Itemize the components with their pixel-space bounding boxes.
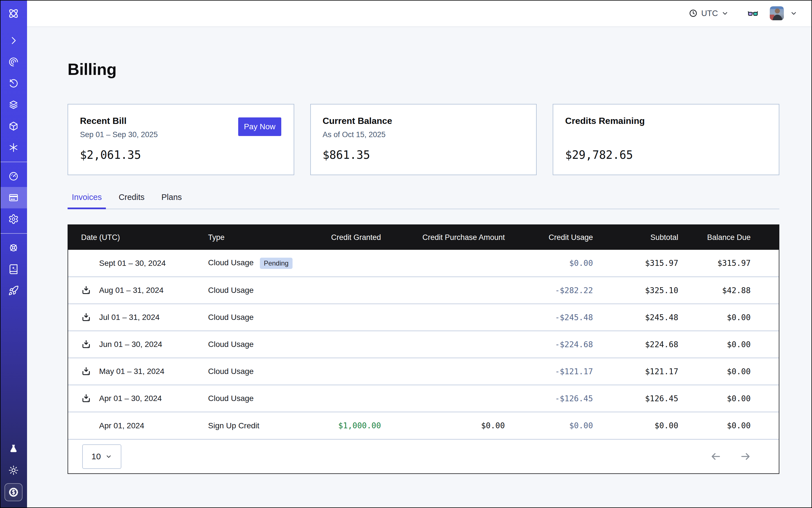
invoice-date-cell: Apr 01, 2024 — [68, 412, 208, 439]
page-content: Billing Recent Bill Sep 01 – Sep 30, 202… — [27, 27, 812, 508]
pay-now-button[interactable]: Pay Now — [238, 118, 281, 136]
invoice-date-cell: Jun 01 – 30, 2024 — [68, 331, 208, 358]
credits-remaining-card: Credits Remaining $29,782.65 — [553, 104, 779, 175]
billing-icon — [8, 192, 19, 203]
credit-usage-value: -$282.22 — [505, 277, 593, 304]
subtotal-value: $245.48 — [593, 304, 678, 331]
download-icon — [81, 366, 91, 377]
balance-due-value: $0.00 — [678, 358, 779, 385]
credit-granted-value — [312, 358, 381, 385]
summary-cards: Recent Bill Sep 01 – Sep 30, 2025 $2,061… — [68, 104, 779, 175]
sidebar-item-helm[interactable] — [0, 237, 27, 258]
credit-usage-value: -$245.48 — [505, 304, 593, 331]
sidebar-item-sun[interactable] — [0, 460, 27, 481]
pagination — [710, 451, 751, 462]
recent-bill-card: Recent Bill Sep 01 – Sep 30, 2025 $2,061… — [68, 104, 294, 175]
avatar-photo — [770, 6, 784, 20]
subtotal-value: $315.97 — [593, 250, 678, 277]
table-row: Jul 01 – 31, 2024Cloud Usage-$245.48$245… — [68, 304, 779, 331]
sidebar-item-asterisk[interactable] — [0, 137, 27, 158]
invoice-type-cell: Cloud Usage — [208, 304, 312, 331]
prev-page-button[interactable] — [710, 451, 721, 462]
column-header: Type — [208, 225, 312, 250]
sidebar-item-observe[interactable] — [0, 51, 27, 73]
chevron-down-icon — [790, 9, 797, 17]
credit-usage-value: -$224.68 — [505, 331, 593, 358]
sidebar-item-book[interactable] — [0, 258, 27, 280]
sidebar-item-flask[interactable] — [0, 438, 27, 460]
table-row: Jun 01 – 30, 2024Cloud Usage-$224.68$224… — [68, 331, 779, 358]
download-icon — [81, 393, 91, 404]
sidebar-item-history[interactable] — [0, 73, 27, 94]
credit-purchase-value — [381, 277, 505, 304]
invoice-date-cell: Aug 01 – 31, 2024 — [68, 277, 208, 304]
table-row: Apr 01, 2024Sign Up Credit$1,000.00$0.00… — [68, 412, 779, 439]
current-balance-amount: $861.35 — [323, 149, 370, 161]
sidebar-nav — [0, 30, 27, 301]
invoice-date-cell: May 01 – 31, 2024 — [68, 358, 208, 385]
balance-due-value: $315.97 — [678, 250, 779, 277]
reader-mode-button[interactable] — [747, 8, 759, 19]
download-slot — [81, 285, 91, 295]
invoice-date-cell: Apr 01 – 30, 2024 — [68, 385, 208, 412]
glasses-icon — [747, 8, 759, 19]
invoice-date: May 01 – 31, 2024 — [99, 367, 164, 376]
balance-due-value: $0.00 — [678, 331, 779, 358]
page-size-select[interactable]: 10 — [82, 444, 121, 469]
sidebar-divider — [0, 162, 27, 162]
invoice-type-cell: Cloud Usage — [208, 358, 312, 385]
table-row: Apr 01 – 30, 2024Cloud Usage-$126.45$126… — [68, 385, 779, 412]
arrow-right-icon — [740, 451, 751, 462]
download-slot — [81, 258, 91, 268]
tab-credits[interactable]: Credits — [114, 193, 149, 209]
sidebar-item-billing[interactable] — [0, 187, 27, 208]
sidebar-bottom — [0, 438, 27, 508]
credit-usage-value: $0.00 — [505, 412, 593, 439]
sidebar-divider — [0, 233, 27, 234]
credit-purchase-value: $0.00 — [381, 412, 505, 439]
history-icon — [8, 78, 19, 89]
sidebar-item-rocket[interactable] — [0, 280, 27, 301]
balance-due-value: $0.00 — [678, 304, 779, 331]
card-title: Credits Remaining — [565, 116, 767, 126]
app-logo[interactable] — [0, 0, 27, 27]
download-invoice-button[interactable] — [81, 312, 91, 323]
timezone-label: UTC — [701, 9, 718, 18]
download-slot — [81, 339, 91, 349]
invoice-date: Apr 01, 2024 — [99, 421, 144, 430]
download-invoice-button[interactable] — [81, 366, 91, 377]
column-header: Balance Due — [678, 225, 779, 250]
tab-invoices[interactable]: Invoices — [68, 193, 106, 209]
current-balance-card: Current Balance As of Oct 15, 2025 $861.… — [310, 104, 537, 175]
user-avatar[interactable] — [770, 6, 784, 20]
sidebar-item-gauge[interactable] — [0, 166, 27, 187]
invoice-type: Cloud Usage — [208, 313, 254, 322]
flask-icon — [8, 443, 19, 454]
credit-usage-value: -$126.45 — [505, 385, 593, 412]
sidebar-item-gear[interactable] — [0, 208, 27, 230]
download-icon — [81, 285, 91, 295]
download-invoice-button[interactable] — [81, 339, 91, 349]
chevron-right-icon — [8, 35, 19, 46]
balance-due-value: $42.88 — [678, 277, 779, 304]
download-invoice-button[interactable] — [81, 285, 91, 295]
sidebar-item-cube[interactable] — [0, 116, 27, 137]
invoice-type: Cloud Usage — [208, 340, 254, 349]
tab-plans[interactable]: Plans — [157, 193, 186, 209]
invoice-date-cell: Sept 01 – 30, 2024 — [68, 250, 208, 277]
chevron-down-icon — [105, 453, 112, 460]
sidebar-item-dollar-badge[interactable] — [4, 483, 23, 501]
user-menu-button[interactable] — [790, 9, 797, 17]
sidebar-item-layers[interactable] — [0, 94, 27, 116]
timezone-selector[interactable]: UTC — [689, 9, 729, 18]
download-slot — [81, 366, 91, 377]
chevron-down-icon — [721, 9, 729, 17]
app-root: UTC — [0, 0, 812, 508]
credit-granted-value — [312, 250, 381, 277]
download-invoice-button[interactable] — [81, 393, 91, 404]
table-footer: 10 — [68, 439, 779, 473]
next-page-button[interactable] — [740, 451, 751, 462]
download-icon — [81, 339, 91, 349]
subtotal-value: $325.10 — [593, 277, 678, 304]
sidebar-item-chevron-right[interactable] — [0, 30, 27, 51]
